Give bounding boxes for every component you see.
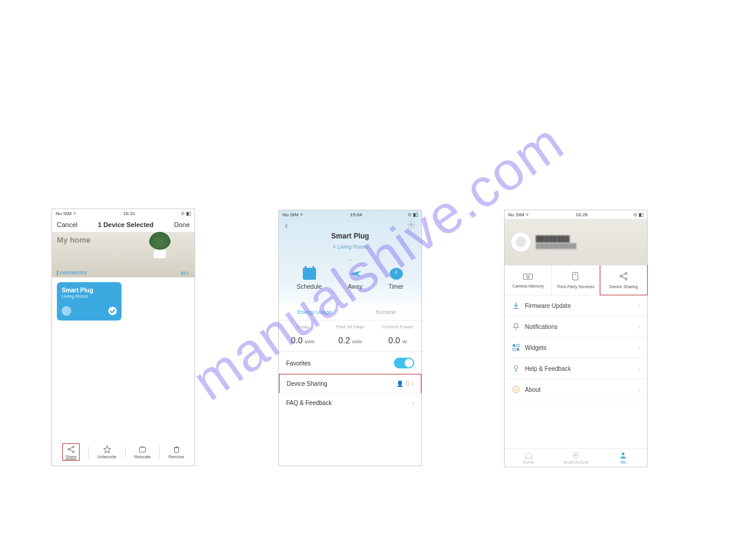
done-button[interactable]: Done — [174, 221, 190, 228]
away-icon — [348, 268, 362, 280]
stat-current-power: Current Power 0.0 W — [374, 324, 421, 345]
nav-bar: Cancel 1 Device Selected Done — [52, 217, 195, 232]
item-label: Notifications — [525, 324, 557, 330]
device-title: Smart Plug — [279, 232, 421, 240]
item-label: Firmware Update — [525, 303, 571, 309]
device-card[interactable]: Smart Plug Living Room — [57, 282, 122, 321]
away-button[interactable]: Away — [348, 268, 362, 290]
about-item[interactable]: About › — [505, 379, 647, 400]
user-name-redacted: ████████ — [536, 235, 576, 242]
svg-rect-5 — [139, 448, 146, 452]
svg-line-18 — [621, 277, 625, 279]
remove-button[interactable]: Remove — [169, 445, 184, 459]
device-sharing-count: 0 — [406, 380, 409, 387]
gear-icon — [407, 220, 415, 229]
status-right: ⊙ ▮▯ — [408, 212, 418, 217]
action-row: Schedule Away Timer — [279, 268, 421, 298]
third-party-icon — [571, 271, 579, 281]
chevron-down-icon[interactable]: ⌄ — [279, 255, 421, 262]
person-icon — [619, 451, 627, 460]
stat-label: Current Power — [374, 324, 421, 330]
tab-label: Home — [523, 460, 534, 464]
timer-button[interactable]: Timer — [388, 268, 403, 290]
back-button[interactable]: ‹ — [285, 220, 288, 230]
separator — [125, 446, 126, 458]
notifications-item[interactable]: Notifications › — [505, 316, 647, 337]
status-time: 16:26 — [576, 212, 588, 217]
star-icon — [103, 445, 111, 454]
relocate-icon — [138, 445, 147, 454]
status-time: 16:31 — [123, 211, 135, 216]
stat-unit: kWh — [305, 339, 314, 344]
svg-point-11 — [527, 276, 530, 279]
svg-point-0 — [68, 449, 69, 451]
svg-rect-21 — [513, 348, 515, 350]
svg-point-14 — [620, 275, 621, 277]
svg-point-23 — [514, 365, 518, 369]
cancel-button[interactable]: Cancel — [57, 221, 77, 228]
status-time: 15:04 — [350, 212, 362, 217]
device-location: ⌖ Living Room — [279, 244, 421, 250]
schedule-button[interactable]: Schedule — [297, 268, 322, 290]
schedule-icon — [303, 268, 316, 280]
faq-row[interactable]: FAQ & Feedback › — [279, 393, 421, 412]
item-label: Help & Feedback — [525, 365, 571, 372]
relocate-button[interactable]: Relocate — [134, 445, 151, 459]
status-bar: No SIM ᯤ 16:31 ⊙ ▮▯ — [52, 209, 195, 217]
unfavorite-button[interactable]: Unfavorite — [98, 445, 117, 459]
tile-row: Camera Memory Third-Party Services Devic… — [505, 265, 647, 295]
tab-label: Smart Actions — [563, 460, 588, 464]
favorites-label: Favorites — [286, 360, 311, 367]
settings-button[interactable] — [407, 220, 415, 230]
person-icon: 👤 — [396, 380, 403, 387]
device-sharing-tile[interactable]: Device Sharing — [600, 265, 648, 295]
device-sharing-row[interactable]: Device Sharing 👤 0 › — [279, 374, 421, 394]
share-button[interactable]: Share — [62, 443, 80, 461]
plant-image — [148, 229, 172, 258]
bell-icon — [512, 322, 520, 331]
screenshot-3: No SIM ᯤ 16:26 ⊙ ▮▯ ████████ ███████████… — [504, 210, 648, 467]
svg-rect-20 — [517, 344, 519, 347]
screenshot-2: No SIM ᯤ 15:04 ⊙ ▮▯ ‹ Smart Plug ⌖ Livin… — [278, 210, 422, 466]
smart-actions-icon — [572, 451, 580, 460]
remove-label: Remove — [169, 455, 184, 459]
tab-bar: Home Smart Actions Me — [505, 448, 647, 467]
third-party-tile[interactable]: Third-Party Services — [552, 265, 599, 295]
status-left: No SIM ᯤ — [508, 212, 530, 217]
tab-me[interactable]: Me — [600, 451, 647, 464]
stat-unit: kWh — [353, 339, 362, 344]
camera-memory-tile[interactable]: Camera Memory — [505, 265, 552, 295]
tab-label: Me — [620, 460, 626, 464]
favorites-toggle[interactable] — [394, 358, 414, 368]
nav-bar: ‹ — [279, 219, 421, 232]
separator — [159, 446, 160, 458]
all-tab[interactable]: ALL — [180, 270, 190, 276]
svg-rect-22 — [517, 348, 519, 350]
svg-point-9 — [410, 223, 412, 226]
screenshot-1: No SIM ᯤ 16:31 ⊙ ▮▯ Cancel 1 Device Sele… — [51, 208, 195, 466]
tab-runtime[interactable]: Runtime — [350, 304, 421, 320]
help-icon — [512, 364, 520, 373]
home-icon — [524, 451, 533, 460]
chevron-right-icon: › — [638, 344, 640, 351]
device-room: Living Room — [62, 294, 117, 299]
timer-label: Timer — [388, 283, 403, 290]
help-feedback-item[interactable]: Help & Feedback › — [505, 358, 647, 379]
stat-label: Past 30 Days — [326, 324, 374, 330]
bottom-toolbar: Share Unfavorite Relocate Remove — [52, 440, 195, 466]
faq-label: FAQ & Feedback — [286, 400, 332, 406]
status-right: ⊙ ▮▯ — [633, 212, 643, 217]
tile-label: Camera Memory — [512, 284, 544, 288]
widgets-item[interactable]: Widgets › — [505, 337, 647, 358]
checkmark-icon — [108, 307, 117, 315]
tab-home[interactable]: Home — [505, 451, 552, 464]
favorites-row[interactable]: Favorites — [279, 351, 421, 374]
tab-energy-usage[interactable]: Energy Usage — [279, 304, 350, 320]
share-label: Share — [65, 455, 77, 459]
widgets-icon — [512, 343, 520, 352]
profile-hero[interactable]: ████████ ████████████ — [505, 219, 647, 265]
tab-smart-actions[interactable]: Smart Actions — [552, 451, 599, 464]
firmware-update-item[interactable]: Firmware Update › — [505, 295, 647, 316]
favorites-tab[interactable]: FAVORITES — [57, 270, 87, 276]
unfavorite-label: Unfavorite — [98, 455, 117, 459]
